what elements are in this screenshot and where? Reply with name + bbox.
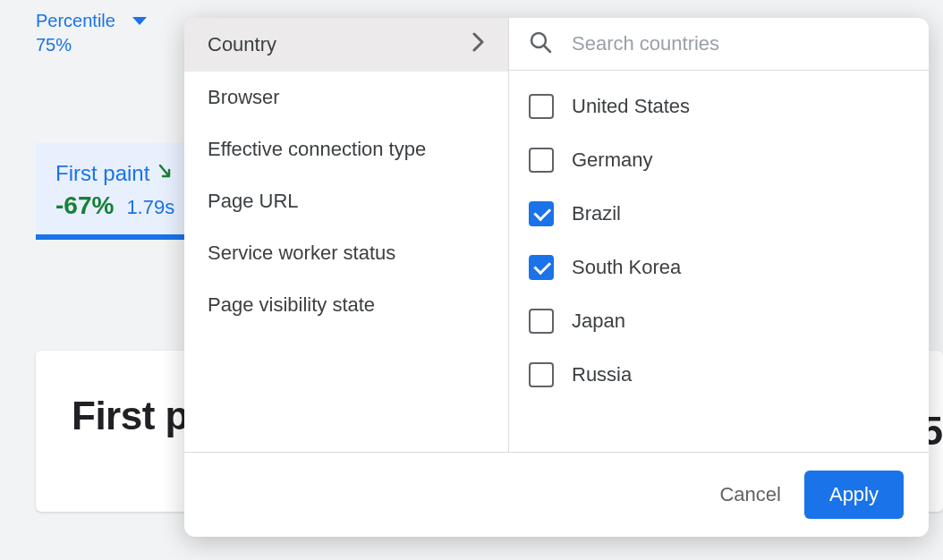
apply-button[interactable]: Apply bbox=[804, 471, 904, 519]
cancel-button[interactable]: Cancel bbox=[719, 483, 780, 506]
filter-category-country[interactable]: Country bbox=[184, 18, 508, 72]
metric-time: 1.79s bbox=[126, 196, 174, 219]
option-russia[interactable]: Russia bbox=[529, 348, 909, 402]
option-brazil[interactable]: Brazil bbox=[529, 187, 909, 241]
checkbox-icon bbox=[529, 148, 554, 173]
option-label: Brazil bbox=[572, 202, 621, 225]
search-icon bbox=[529, 30, 552, 57]
option-label: Russia bbox=[572, 363, 632, 386]
percentile-dropdown[interactable]: Percentile 75% bbox=[36, 9, 148, 57]
option-japan[interactable]: Japan bbox=[529, 294, 909, 348]
filter-category-label: Page URL bbox=[208, 190, 299, 213]
metric-title: First paint bbox=[55, 161, 149, 186]
option-label: Germany bbox=[572, 148, 652, 172]
checkbox-checked-icon bbox=[529, 255, 554, 280]
filter-options-panel: United States Germany Brazil South Korea… bbox=[509, 18, 929, 452]
option-germany[interactable]: Germany bbox=[529, 133, 909, 187]
filter-category-ect[interactable]: Effective connection type bbox=[184, 123, 508, 175]
percentile-label: Percentile bbox=[36, 9, 115, 33]
caret-down-icon bbox=[132, 14, 148, 30]
filter-category-sw-status[interactable]: Service worker status bbox=[184, 227, 508, 279]
options-list: United States Germany Brazil South Korea… bbox=[509, 71, 929, 452]
filter-category-page-url[interactable]: Page URL bbox=[184, 175, 508, 227]
filter-category-list: Country Browser Effective connection typ… bbox=[184, 18, 509, 452]
checkbox-icon bbox=[529, 94, 554, 119]
checkbox-checked-icon bbox=[529, 201, 554, 226]
option-label: United States bbox=[572, 95, 690, 118]
search-row bbox=[509, 18, 929, 71]
filter-category-label: Browser bbox=[208, 86, 280, 109]
filter-category-visibility[interactable]: Page visibility state bbox=[184, 279, 508, 331]
option-south-korea[interactable]: South Korea bbox=[529, 241, 909, 294]
checkbox-icon bbox=[529, 362, 554, 387]
filter-category-label: Country bbox=[208, 33, 276, 56]
filter-dialog: Country Browser Effective connection typ… bbox=[184, 18, 929, 537]
chevron-right-icon bbox=[472, 32, 485, 57]
search-input[interactable] bbox=[572, 32, 909, 55]
trend-down-icon bbox=[158, 164, 176, 183]
dialog-body: Country Browser Effective connection typ… bbox=[184, 18, 929, 452]
checkbox-icon bbox=[529, 309, 554, 334]
dialog-footer: Cancel Apply bbox=[184, 452, 929, 537]
filter-category-label: Effective connection type bbox=[208, 138, 426, 161]
option-label: South Korea bbox=[572, 256, 681, 279]
percentile-value: 75% bbox=[36, 33, 115, 57]
svg-line-1 bbox=[544, 46, 550, 52]
option-label: Japan bbox=[572, 310, 625, 333]
option-united-states[interactable]: United States bbox=[529, 80, 909, 133]
filter-category-label: Service worker status bbox=[208, 242, 395, 265]
filter-category-label: Page visibility state bbox=[208, 293, 375, 317]
metric-delta: -67% bbox=[55, 191, 114, 220]
filter-category-browser[interactable]: Browser bbox=[184, 72, 508, 123]
percentile-text: Percentile 75% bbox=[36, 9, 115, 57]
